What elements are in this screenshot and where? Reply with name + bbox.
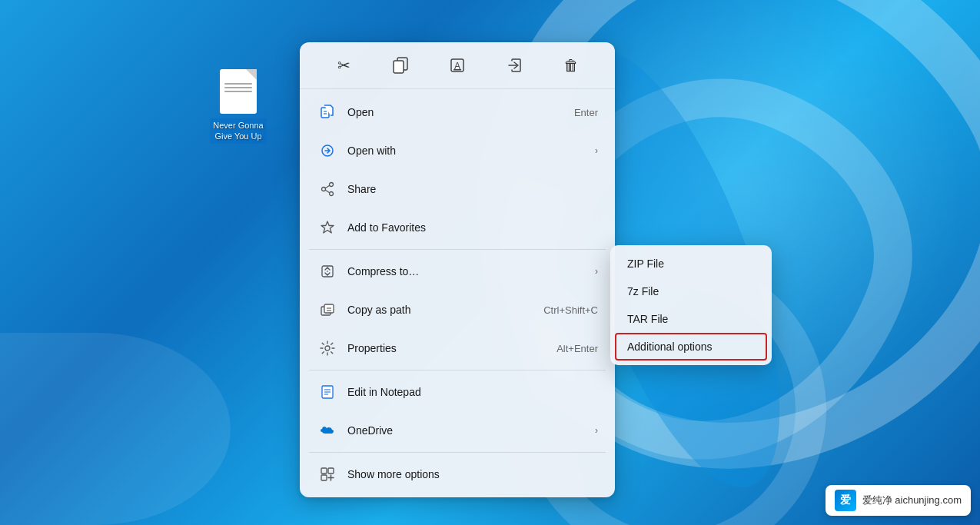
favorites-icon [317,217,338,238]
submenu-tar[interactable]: TAR File [615,305,767,333]
submenu-zip[interactable]: ZIP File [615,250,767,277]
compress-label: Compress to… [347,265,589,277]
context-menu: ✂ A 🗑 [300,42,615,497]
menu-item-share[interactable]: Share [304,171,610,208]
open-with-arrow: › [595,145,598,156]
open-with-icon [317,140,338,161]
open-with-label: Open with [347,145,589,157]
show-more-icon [317,464,338,485]
svg-point-9 [330,183,334,187]
svg-line-13 [325,190,330,192]
copy-path-icon [317,299,338,321]
divider-3 [309,452,606,453]
background-swirl-4 [0,333,231,525]
compress-arrow: › [595,266,598,277]
toolbar-cut-button[interactable]: ✂ [328,50,359,81]
copy-path-shortcut: Ctrl+Shift+C [543,304,598,316]
menu-item-onedrive[interactable]: OneDrive › [304,412,610,449]
menu-item-open-with[interactable]: Open with › [304,132,610,169]
add-favorites-label: Add to Favorites [347,221,598,234]
logo-text: 爱纯净 aichunjing.com [862,493,962,507]
svg-rect-26 [328,468,334,473]
toolbar-rename-button[interactable]: A [442,50,473,81]
svg-rect-4 [453,69,461,71]
toolbar-delete-button[interactable]: 🗑 [556,50,586,81]
svg-point-20 [325,346,330,351]
share-label: Share [347,183,598,195]
menu-item-copy-path[interactable]: Copy as path Ctrl+Shift+C [304,291,610,328]
open-label: Open [347,106,559,118]
compress-icon [317,261,338,282]
compress-submenu: ZIP File 7z File TAR File Additional opt… [610,245,772,365]
onedrive-arrow: › [595,425,598,436]
svg-rect-25 [321,468,327,473]
menu-item-edit-notepad[interactable]: Edit in Notepad [304,374,610,410]
toolbar-copy-button[interactable] [385,50,416,81]
menu-item-compress[interactable]: Compress to… › ZIP File 7z File TAR File… [304,253,610,290]
logo-icon: 爱 [835,490,856,511]
onedrive-icon [317,420,338,441]
logo-badge: 爱 爱纯净 aichunjing.com [826,485,971,516]
menu-item-show-more[interactable]: Show more options [304,456,610,493]
properties-shortcut: Alt+Enter [556,343,598,354]
onedrive-label: OneDrive [347,424,589,437]
svg-point-11 [322,188,326,191]
open-shortcut: Enter [574,107,598,118]
file-icon [220,69,257,114]
svg-line-12 [325,185,330,188]
properties-icon [317,337,338,359]
menu-item-add-favorites[interactable]: Add to Favorites [304,209,610,246]
show-more-label: Show more options [347,468,598,480]
copy-path-label: Copy as path [347,304,528,316]
submenu-7z[interactable]: 7z File [615,277,767,305]
context-menu-toolbar: ✂ A 🗑 [300,42,615,89]
desktop-icon-label: Never Gonna Give You Up [210,118,266,144]
properties-label: Properties [347,342,541,354]
open-icon [317,101,338,123]
svg-rect-1 [394,61,404,73]
toolbar-share-button[interactable] [499,50,530,81]
share-icon [317,178,338,200]
notepad-icon [317,381,338,403]
menu-section-main: Open Enter Open with › [300,89,615,497]
divider-1 [309,249,606,250]
desktop-icon[interactable]: Never Gonna Give You Up [208,69,269,144]
edit-notepad-label: Edit in Notepad [347,386,598,398]
svg-point-10 [330,192,334,196]
menu-item-properties[interactable]: Properties Alt+Enter [304,330,610,367]
submenu-additional-options[interactable]: Additional options [615,333,767,361]
svg-rect-27 [321,475,327,480]
menu-item-open[interactable]: Open Enter [304,94,610,131]
divider-2 [309,370,606,370]
